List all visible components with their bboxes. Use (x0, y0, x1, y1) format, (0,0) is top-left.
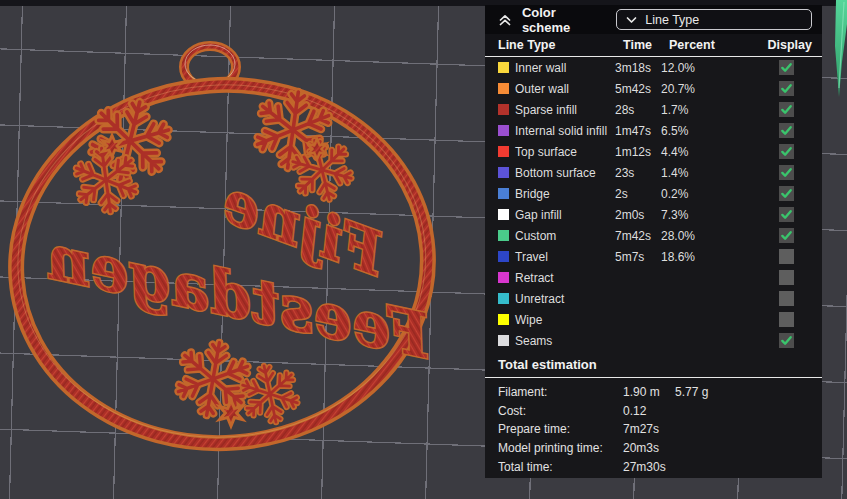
line-type-percent: 1.7% (661, 103, 761, 117)
table-row: Wipe (485, 309, 822, 330)
check-icon (780, 145, 793, 158)
line-type-color-swatch (498, 104, 509, 115)
stat-value: 20m3s (623, 441, 675, 455)
color-scheme-dropdown[interactable]: Line Type (616, 9, 812, 30)
line-type-color-swatch (498, 209, 509, 220)
line-type-label: Seams (515, 334, 615, 348)
stat-value: 7m27s (623, 422, 675, 436)
stat-value: 0.12 (623, 404, 675, 418)
stat-label: Total time: (498, 460, 623, 474)
table-row: Inner wall 3m18s 12.0% (485, 57, 822, 78)
display-checkbox[interactable] (779, 207, 794, 222)
line-type-time: 23s (615, 166, 661, 180)
display-checkbox[interactable] (779, 249, 794, 264)
line-type-time: 2m0s (615, 208, 661, 222)
check-icon (780, 82, 793, 95)
line-type-label: Inner wall (515, 61, 615, 75)
color-scheme-panel: Color scheme Line Type Line Type Time Pe… (485, 5, 822, 478)
line-type-percent: 12.0% (661, 61, 761, 75)
check-icon (780, 229, 793, 242)
table-row: Sparse infill 28s 1.7% (485, 99, 822, 120)
legend-table-header: Line Type Time Percent Display (485, 34, 822, 57)
col-header-time: Time (623, 38, 669, 52)
check-icon (780, 61, 793, 74)
line-type-color-swatch (498, 125, 509, 136)
line-type-color-swatch (498, 83, 509, 94)
line-type-percent: 18.6% (661, 250, 761, 264)
panel-title: Color scheme (522, 5, 607, 35)
line-type-color-swatch (498, 167, 509, 178)
display-checkbox[interactable] (779, 81, 794, 96)
stat-extra: 5.77 g (675, 385, 822, 399)
stat-label: Cost: (498, 404, 623, 418)
line-type-percent: 1.4% (661, 166, 761, 180)
green-model-object (835, 0, 847, 97)
dropdown-selected-value: Line Type (645, 13, 699, 27)
snowflake-bottom (171, 336, 304, 428)
table-row: Custom 7m42s 28.0% (485, 225, 822, 246)
line-type-color-swatch (498, 335, 509, 346)
display-checkbox[interactable] (779, 333, 794, 348)
display-checkbox[interactable] (779, 144, 794, 159)
check-icon (780, 187, 793, 200)
line-type-color-swatch (498, 146, 509, 157)
line-type-percent: 4.4% (661, 145, 761, 159)
stat-row-filament: Filament: 1.90 m 5.77 g (498, 383, 822, 402)
stat-row-model-printing-time: Model printing time: 20m3s (498, 439, 822, 458)
display-checkbox[interactable] (779, 228, 794, 243)
display-checkbox[interactable] (779, 123, 794, 138)
line-type-percent: 7.3% (661, 208, 761, 222)
line-type-label: Wipe (515, 313, 615, 327)
line-type-label: Outer wall (515, 82, 615, 96)
line-type-time: 2s (615, 187, 661, 201)
stat-row-cost: Cost: 0.12 (498, 402, 822, 421)
check-icon (780, 124, 793, 137)
line-type-time: 5m42s (615, 82, 661, 96)
display-checkbox[interactable] (779, 270, 794, 285)
line-type-label: Sparse infill (515, 103, 615, 117)
line-type-color-swatch (498, 188, 509, 199)
line-type-label: Gap infill (515, 208, 615, 222)
stat-label: Prepare time: (498, 422, 623, 436)
stat-row-prepare-time: Prepare time: 7m27s (498, 420, 822, 439)
display-checkbox[interactable] (779, 291, 794, 306)
stat-value: 27m30s (623, 460, 675, 474)
table-row: Retract (485, 267, 822, 288)
line-type-color-swatch (498, 62, 509, 73)
line-type-label: Internal solid infill (515, 124, 615, 138)
table-row: Travel 5m7s 18.6% (485, 246, 822, 267)
line-type-percent: 20.7% (661, 82, 761, 96)
col-header-line-type: Line Type (498, 38, 623, 52)
display-checkbox[interactable] (779, 60, 794, 75)
line-type-percent: 0.2% (661, 187, 761, 201)
line-type-label: Travel (515, 250, 615, 264)
col-header-display: Display (766, 38, 812, 52)
line-type-label: Top surface (515, 145, 615, 159)
line-type-percent: 6.5% (661, 124, 761, 138)
snowflake-top-left (70, 93, 178, 217)
legend-rows: Inner wall 3m18s 12.0% Outer wall 5m42s … (485, 57, 822, 351)
table-row: Bridge 2s 0.2% (485, 183, 822, 204)
display-checkbox[interactable] (779, 165, 794, 180)
line-type-label: Bridge (515, 187, 615, 201)
line-type-color-swatch (498, 251, 509, 262)
display-checkbox[interactable] (779, 312, 794, 327)
line-type-color-swatch (498, 314, 509, 325)
line-type-time: 5m7s (615, 250, 661, 264)
table-row: Seams (485, 330, 822, 351)
line-type-color-swatch (498, 230, 509, 241)
line-type-color-swatch (498, 272, 509, 283)
line-type-time: 1m47s (615, 124, 661, 138)
chevron-down-icon (626, 16, 637, 24)
panel-header: Color scheme Line Type (485, 5, 822, 34)
line-type-time: 28s (615, 103, 661, 117)
display-checkbox[interactable] (779, 186, 794, 201)
check-icon (780, 208, 793, 221)
double-chevron-up-icon (498, 13, 512, 27)
line-type-time: 3m18s (615, 61, 661, 75)
table-row: Bottom surface 23s 1.4% (485, 162, 822, 183)
collapse-panel-button[interactable] (497, 12, 513, 28)
display-checkbox[interactable] (779, 102, 794, 117)
table-row: Outer wall 5m42s 20.7% (485, 78, 822, 99)
table-row: Top surface 1m12s 4.4% (485, 141, 822, 162)
